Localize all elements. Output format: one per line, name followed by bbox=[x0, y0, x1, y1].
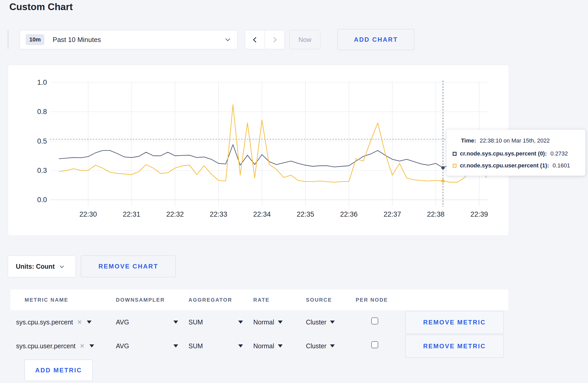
metric-name-value: sys.cpu.sys.percent bbox=[16, 318, 73, 326]
rate-select[interactable]: Normal bbox=[253, 334, 283, 358]
tooltip-time-value: 22:38:10 on Mar 15th, 2022 bbox=[480, 137, 550, 144]
metrics-table-header: METRIC NAME DOWNSAMPLER AGGREGATOR RATE … bbox=[10, 289, 508, 310]
x-tick-label: 22:34 bbox=[253, 210, 271, 218]
rate-value: Normal bbox=[253, 318, 274, 326]
tooltip-time-label: Time: bbox=[461, 137, 476, 144]
caret-down-icon bbox=[173, 321, 178, 324]
next-time-button[interactable] bbox=[265, 30, 284, 49]
controls-divider bbox=[8, 30, 8, 49]
metric-name-value: sys.cpu.user.percent bbox=[16, 342, 75, 350]
caret-down-icon bbox=[173, 344, 178, 347]
remove-metric-x-icon[interactable]: ✕ bbox=[77, 319, 82, 326]
x-tick-label: 22:30 bbox=[79, 210, 97, 218]
remove-chart-button[interactable]: REMOVE CHART bbox=[81, 256, 176, 277]
col-per-node: PER NODE bbox=[356, 289, 388, 310]
y-tick-label: 0.8 bbox=[37, 108, 47, 116]
caret-down-icon[interactable] bbox=[87, 321, 92, 324]
aggregator-select[interactable]: SUM bbox=[188, 334, 243, 358]
x-tick-label: 22:36 bbox=[340, 210, 358, 218]
per-node-checkbox[interactable] bbox=[371, 317, 378, 324]
source-select[interactable]: Cluster bbox=[306, 310, 335, 334]
caret-down-icon bbox=[330, 344, 335, 347]
y-tick-label: 0.0 bbox=[37, 196, 47, 204]
series-user-swatch-icon bbox=[453, 164, 457, 168]
chart-card: 0.00.30.50.81.022:3022:3122:3222:3322:34… bbox=[8, 65, 509, 236]
aggregator-select[interactable]: SUM bbox=[188, 310, 243, 334]
col-metric-name: METRIC NAME bbox=[25, 289, 68, 310]
col-aggregator: AGGREGATOR bbox=[188, 289, 232, 310]
caret-down-icon[interactable] bbox=[89, 344, 94, 347]
now-button[interactable]: Now bbox=[289, 30, 320, 49]
x-tick-label: 22:35 bbox=[297, 210, 314, 218]
downsampler-select[interactable]: AVG bbox=[116, 310, 178, 334]
caret-down-icon bbox=[238, 344, 243, 347]
tooltip-series-sys-label: cr.node.sys.cpu.sys.percent (0): bbox=[460, 150, 547, 157]
remove-metric-button[interactable]: REMOVE METRIC bbox=[405, 311, 504, 334]
source-value: Cluster bbox=[306, 342, 326, 350]
add-metric-button[interactable]: ADD METRIC bbox=[25, 360, 93, 381]
prev-time-button[interactable] bbox=[245, 30, 265, 49]
source-select[interactable]: Cluster bbox=[306, 334, 335, 358]
time-nav-group bbox=[245, 30, 285, 49]
chevron-left-icon bbox=[253, 37, 258, 42]
chevron-right-icon bbox=[271, 37, 277, 42]
col-downsampler: DOWNSAMPLER bbox=[116, 289, 165, 310]
downsampler-select[interactable]: AVG bbox=[116, 334, 178, 358]
series-line-0 bbox=[59, 145, 486, 168]
downsampler-value: AVG bbox=[116, 318, 129, 326]
chart-tooltip: Time: 22:38:10 on Mar 15th, 2022 cr.node… bbox=[446, 130, 585, 176]
time-range-label: Past 10 Minutes bbox=[53, 36, 101, 44]
x-tick-label: 22:39 bbox=[471, 210, 488, 218]
caret-down-icon bbox=[278, 321, 283, 324]
units-dropdown[interactable]: Units: Count bbox=[8, 256, 76, 277]
caret-down-icon bbox=[278, 344, 283, 347]
metric-row-1: sys.cpu.sys.percent ✕ AVG SUM Normal Clu… bbox=[10, 310, 508, 334]
x-tick-label: 22:38 bbox=[427, 210, 445, 218]
x-tick-label: 22:37 bbox=[383, 210, 401, 218]
remove-metric-x-icon[interactable]: ✕ bbox=[80, 343, 85, 350]
series-sys-swatch-icon bbox=[453, 152, 457, 156]
tooltip-series-user-label: cr.node.sys.cpu.user.percent (1): bbox=[460, 162, 549, 169]
col-rate: RATE bbox=[253, 289, 270, 310]
rate-select[interactable]: Normal bbox=[253, 310, 283, 334]
time-range-badge: 10m bbox=[26, 34, 44, 45]
metric-row-2: sys.cpu.user.percent ✕ AVG SUM Normal Cl… bbox=[10, 334, 508, 358]
chevron-down-icon bbox=[225, 36, 230, 41]
crosshair-dot-0 bbox=[441, 166, 445, 169]
caret-down-icon bbox=[238, 321, 243, 324]
x-tick-label: 22:31 bbox=[123, 210, 141, 218]
y-tick-label: 1.0 bbox=[37, 79, 47, 86]
chevron-down-icon bbox=[60, 264, 64, 268]
add-chart-button[interactable]: ADD CHART bbox=[338, 29, 414, 50]
tooltip-series-sys-value: 0.2732 bbox=[550, 150, 568, 157]
y-tick-label: 0.5 bbox=[37, 137, 47, 145]
time-range-dropdown[interactable]: 10m Past 10 Minutes bbox=[20, 30, 237, 49]
rate-value: Normal bbox=[253, 342, 274, 350]
per-node-checkbox[interactable] bbox=[371, 341, 378, 348]
y-tick-label: 0.3 bbox=[37, 167, 47, 174]
timeseries-chart[interactable]: 0.00.30.50.81.022:3022:3122:3222:3322:34… bbox=[8, 65, 508, 235]
crosshair-dot-1 bbox=[441, 179, 445, 183]
col-source: SOURCE bbox=[306, 289, 332, 310]
downsampler-value: AVG bbox=[116, 342, 129, 350]
x-tick-label: 22:32 bbox=[166, 210, 184, 218]
x-tick-label: 22:33 bbox=[210, 210, 227, 218]
aggregator-value: SUM bbox=[188, 318, 203, 326]
page-title: Custom Chart bbox=[9, 2, 73, 12]
aggregator-value: SUM bbox=[188, 342, 203, 350]
metric-name-select[interactable]: sys.cpu.user.percent ✕ bbox=[16, 334, 94, 358]
units-label: Units: Count bbox=[16, 263, 55, 270]
source-value: Cluster bbox=[306, 318, 326, 326]
metric-name-select[interactable]: sys.cpu.sys.percent ✕ bbox=[16, 310, 92, 334]
tooltip-series-user-value: 0.1601 bbox=[553, 162, 570, 169]
caret-down-icon bbox=[330, 321, 335, 324]
remove-metric-button[interactable]: REMOVE METRIC bbox=[405, 335, 504, 358]
